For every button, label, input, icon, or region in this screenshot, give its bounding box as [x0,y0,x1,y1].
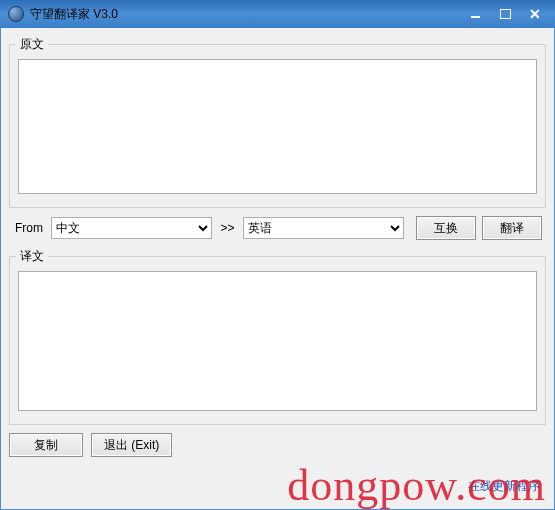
target-group-label: 译文 [16,248,48,265]
maximize-button[interactable] [491,5,519,23]
translate-button[interactable]: 翻译 [482,216,542,240]
target-group: 译文 [9,248,546,425]
language-row: From 中文 >> 英语 互换 翻译 [9,216,546,240]
window-controls: ✕ [461,5,549,23]
close-button[interactable]: ✕ [521,5,549,23]
source-group-label: 原文 [16,36,48,53]
titlebar: 守望翻译家 V3.0 ✕ [0,0,555,28]
from-label: From [13,221,45,235]
minimize-button[interactable] [461,5,489,23]
app-icon [8,6,24,22]
update-link[interactable]: 在线更新程序 [468,478,540,495]
target-textarea[interactable] [18,271,537,411]
swap-button[interactable]: 互换 [416,216,476,240]
from-language-select[interactable]: 中文 [51,217,212,239]
exit-button[interactable]: 退出 (Exit) [91,433,172,457]
source-group: 原文 [9,36,546,208]
window-title: 守望翻译家 V3.0 [30,6,118,23]
window-body: 原文 From 中文 >> 英语 互换 翻译 译文 复制 退出 (Exit) 在… [0,28,555,510]
source-textarea[interactable] [18,59,537,194]
bottom-row: 复制 退出 (Exit) [9,433,546,457]
copy-button[interactable]: 复制 [9,433,83,457]
direction-separator: >> [218,221,236,235]
to-language-select[interactable]: 英语 [243,217,404,239]
